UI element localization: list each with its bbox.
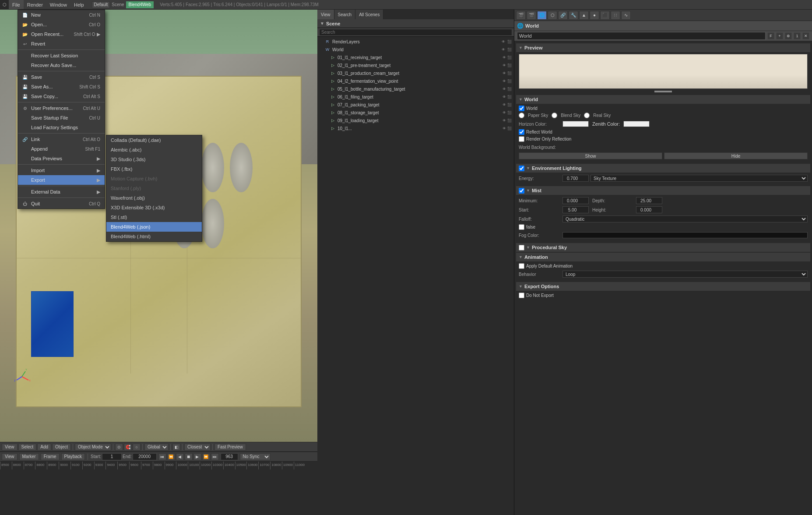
preview-scrollbar[interactable] — [654, 91, 672, 92]
export-options-header[interactable]: ▼ Export Options — [516, 282, 810, 291]
object-props-btn[interactable]: ⬡ — [548, 11, 557, 20]
help-menu-btn[interactable]: Help — [70, 0, 88, 9]
object-btn[interactable]: Object — [52, 444, 71, 451]
menu-link[interactable]: 🔗 Link Ctrl Alt O — [18, 134, 105, 144]
env-lighting-header[interactable]: ▼ Environment Lighting — [516, 164, 810, 173]
start-frame-input[interactable]: 1 — [102, 453, 122, 460]
constraints-btn[interactable]: 🔗 — [558, 11, 568, 20]
add-btn[interactable]: Add — [37, 444, 51, 451]
texture-props-btn[interactable]: ⬛ — [600, 11, 610, 20]
fermentation-sel-icon[interactable]: ⬛ — [507, 78, 512, 84]
zenith-color-swatch[interactable] — [623, 121, 650, 127]
export-collada[interactable]: Collada (Default) (.dae) — [106, 135, 202, 145]
mode-select[interactable]: Object Mode — [75, 444, 111, 451]
fog-color-swatch[interactable] — [562, 232, 808, 238]
menu-append[interactable]: Append Shift F1 — [18, 144, 105, 154]
item-visibility-icon[interactable]: 👁 — [501, 39, 506, 44]
real-sky-radio[interactable] — [584, 113, 590, 118]
export-x3d[interactable]: X3D Extensible 3D (.x3d) — [106, 203, 202, 212]
apply-default-checkbox[interactable] — [519, 263, 524, 269]
jump-end-btn[interactable]: ⏭ — [211, 453, 219, 460]
world-users-btn[interactable]: 1 — [794, 32, 801, 39]
sync-select[interactable]: No Sync — [240, 453, 271, 460]
menu-new[interactable]: 📄 New Ctrl N — [18, 10, 105, 20]
proc-sky-header[interactable]: ▼ Procedural Sky — [516, 243, 810, 252]
export-stl[interactable]: Stl (.stl) — [106, 212, 202, 222]
menu-save-copy[interactable]: 💾 Save Copy... Ctrl Alt S — [18, 92, 105, 101]
menu-import[interactable]: Import ▶ — [18, 166, 105, 175]
data-props-btn[interactable]: ▲ — [579, 11, 589, 20]
mist-min-input[interactable] — [562, 197, 589, 204]
window-menu-btn[interactable]: Window — [46, 0, 70, 9]
bottle-sel-icon[interactable]: ⬛ — [507, 86, 512, 92]
item-render-icon[interactable]: ⬛ — [507, 39, 512, 44]
prop-edit-icon[interactable]: ○ — [133, 444, 141, 451]
loading-vis-icon[interactable]: 👁 — [502, 118, 507, 123]
menu-load-factory[interactable]: Load Factory Settings — [18, 123, 105, 132]
render-sky-checkbox[interactable] — [519, 106, 524, 111]
play-back-btn[interactable]: ◀ — [176, 453, 184, 460]
fast-preview-btn[interactable]: Fast Preview — [214, 444, 246, 451]
pretreatment-vis-icon[interactable]: 👁 — [502, 63, 507, 68]
packing-sel-icon[interactable]: ⬛ — [507, 102, 512, 107]
blend-sky-radio[interactable] — [552, 113, 557, 118]
pivot-icon-btn[interactable]: ⊙ — [115, 444, 123, 451]
behavior-select[interactable]: Loop — [562, 271, 808, 278]
env-lighting-checkbox[interactable] — [519, 166, 524, 171]
energy-input[interactable] — [562, 175, 589, 182]
fermentation-vis-icon[interactable]: 👁 — [502, 78, 507, 84]
menu-save[interactable]: 💾 Save Ctrl S — [18, 72, 105, 82]
tl-view-btn[interactable]: View — [2, 453, 18, 460]
show-btn[interactable]: Show — [519, 152, 662, 159]
mist-checkbox[interactable] — [519, 188, 524, 194]
menu-recover-last[interactable]: Recover Last Session — [18, 51, 105, 60]
production-vis-icon[interactable]: 👁 — [502, 71, 507, 76]
item-fermentation[interactable]: ▷ 04_l2_fermentation_view_point 👁 ⬛ — [317, 77, 514, 85]
sky-texture-select[interactable]: Sky Texture — [591, 175, 808, 182]
production-sel-icon[interactable]: ⬛ — [507, 71, 512, 76]
prev-keyframe-btn[interactable]: ⏪ — [167, 453, 175, 460]
world-name-input[interactable] — [517, 32, 766, 40]
physics-btn[interactable]: ∿ — [621, 11, 631, 20]
menu-open-recent[interactable]: 📂 Open Recent... Shift Ctrl O ▶ — [18, 29, 105, 39]
storage-vis-icon[interactable]: 👁 — [502, 110, 507, 115]
receiving-vis-icon[interactable]: 👁 — [502, 55, 507, 60]
other-vis-icon[interactable]: 👁 — [502, 126, 507, 131]
menu-export[interactable]: Export ▶ — [18, 175, 105, 185]
item-other[interactable]: ▷ 10_l1... 👁 ⬛ — [317, 124, 514, 132]
menu-external-data[interactable]: External Data ▶ — [18, 187, 105, 197]
menu-save-startup[interactable]: Save Startup File Ctrl U — [18, 113, 105, 123]
tab-all-scenes[interactable]: All Scenes — [355, 10, 383, 19]
item-packing[interactable]: ▷ 07_l1_packing_target 👁 ⬛ — [317, 101, 514, 109]
material-props-btn[interactable]: ● — [590, 11, 599, 20]
mist-header[interactable]: ▼ Mist — [516, 186, 810, 195]
play-btn[interactable]: ▶ — [193, 453, 201, 460]
jump-start-btn[interactable]: ⏮ — [158, 453, 166, 460]
paper-sky-radio[interactable] — [519, 113, 524, 118]
item-loading[interactable]: ▷ 09_l1_loading_target 👁 ⬛ — [317, 116, 514, 124]
proc-sky-checkbox[interactable] — [519, 245, 524, 250]
menu-revert[interactable]: ↩ Revert — [18, 39, 105, 49]
filing-sel-icon[interactable]: ⬛ — [507, 94, 512, 99]
file-menu-btn[interactable]: File — [9, 0, 24, 9]
packing-vis-icon[interactable]: 👁 — [502, 102, 507, 107]
mist-start-input[interactable] — [562, 206, 589, 213]
world-browse-btn[interactable]: F — [767, 32, 774, 39]
world-section-header[interactable]: ▼ World — [516, 95, 810, 104]
tl-playback-btn[interactable]: Playback — [61, 453, 85, 460]
snap-select[interactable]: Closest — [184, 444, 211, 451]
item-pretreatment[interactable]: ▷ 02_l1_pre-treatment_target 👁 ⬛ — [317, 61, 514, 69]
render-only-reflection-checkbox[interactable] — [519, 136, 524, 142]
item-filing[interactable]: ▷ 06_l1_filing_target 👁 ⬛ — [317, 93, 514, 101]
bottle-vis-icon[interactable]: 👁 — [502, 86, 507, 92]
reflect-world-checkbox[interactable] — [519, 129, 524, 135]
render-menu-btn[interactable]: Render — [24, 0, 46, 9]
menu-save-as[interactable]: 💾 Save As... Shift Ctrl S — [18, 82, 105, 92]
preview-header[interactable]: ▼ Preview — [516, 43, 810, 52]
export-wavefront[interactable]: Wavefront (.obj) — [106, 193, 202, 203]
world-props-btn active[interactable]: 🌐 — [537, 11, 547, 20]
animation-header[interactable]: ▼ Animation — [516, 253, 810, 261]
menu-open[interactable]: 📂 Open... Ctrl O — [18, 20, 105, 29]
render-mode-icon[interactable]: ◧ — [172, 444, 180, 451]
world-visibility-icon[interactable]: 👁 — [501, 47, 506, 52]
